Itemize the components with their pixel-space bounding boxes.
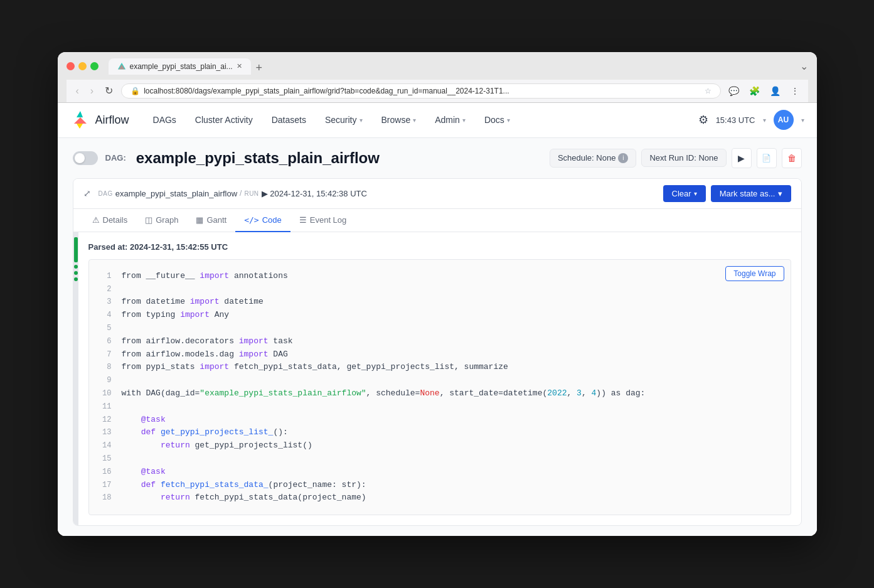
breadcrumb-right: Clear ▾ Mark state as... ▾ xyxy=(663,185,791,202)
sub-content: ⤢ DAG example_pypi_stats_plain_airflow /… xyxy=(73,178,802,526)
code-line-7: 7 from airflow.models.dag import DAG xyxy=(99,348,781,361)
code-line-12: 12 @task xyxy=(99,414,781,427)
minimize-button[interactable] xyxy=(78,62,87,70)
clear-arrow-icon: ▾ xyxy=(694,190,697,197)
security-arrow-icon: ▾ xyxy=(360,117,363,124)
breadcrumb-dag-link[interactable]: example_pypi_stats_plain_airflow xyxy=(115,189,237,198)
nav-cluster-activity[interactable]: Cluster Activity xyxy=(186,110,262,130)
star-icon[interactable]: ☆ xyxy=(705,87,711,95)
code-view-button[interactable]: 📄 xyxy=(757,148,777,168)
side-indicator xyxy=(73,232,78,525)
forward-button[interactable]: › xyxy=(87,84,97,98)
new-tab-button[interactable]: + xyxy=(252,61,267,75)
mark-state-arrow-icon: ▾ xyxy=(778,189,782,198)
breadcrumb-run-label: Run xyxy=(244,190,258,197)
lock-icon: 🔒 xyxy=(131,87,140,95)
admin-arrow-icon: ▾ xyxy=(462,117,466,124)
svg-marker-4 xyxy=(77,124,83,129)
tab-details[interactable]: ⚠ Details xyxy=(83,209,137,232)
nav-right: ⚙ 15:43 UTC ▾ AU ▾ xyxy=(698,110,804,130)
dag-header-right: Schedule: None i Next Run ID: None ▶ 📄 🗑 xyxy=(550,148,802,168)
browser-chrome: example_pypi_stats_plain_ai... ✕ + ⌄ ‹ ›… xyxy=(58,52,817,103)
dag-label: DAG: xyxy=(105,153,126,163)
maximize-button[interactable] xyxy=(90,62,99,70)
code-line-9: 9 xyxy=(99,374,781,387)
code-block: Toggle Wrap 1 from __future__ import ann… xyxy=(88,259,791,515)
code-line-3: 3 from datetime import datetime xyxy=(99,296,781,309)
code-line-11: 11 xyxy=(99,400,781,414)
dag-view: Parsed at: 2024-12-31, 15:42:55 UTC Togg… xyxy=(73,232,801,525)
graph-icon: ◫ xyxy=(145,215,152,225)
svg-marker-2 xyxy=(77,111,83,117)
settings-icon[interactable]: ⚙ xyxy=(698,113,708,127)
profile-icon[interactable]: 👤 xyxy=(767,85,783,97)
code-line-6: 6 from airflow.decorators import task xyxy=(99,335,781,348)
nav-datasets[interactable]: Datasets xyxy=(263,110,315,130)
reload-button[interactable]: ↻ xyxy=(102,83,116,98)
code-line-16: 16 @task xyxy=(99,466,781,479)
time-arrow-icon: ▾ xyxy=(763,117,766,124)
code-line-17: 17 def fetch_pypi_stats_data_(project_na… xyxy=(99,479,781,492)
nav-bar: ‹ › ↻ 🔒 localhost:8080/dags/example_pypi… xyxy=(67,80,808,102)
mark-state-button[interactable]: Mark state as... ▾ xyxy=(711,185,791,202)
browse-arrow-icon: ▾ xyxy=(413,117,416,124)
play-button[interactable]: ▶ xyxy=(732,148,752,168)
parsed-at: Parsed at: 2024-12-31, 15:42:55 UTC xyxy=(88,242,791,252)
code-line-1: 1 from __future__ import annotations xyxy=(99,270,781,283)
avatar[interactable]: AU xyxy=(774,110,794,130)
dag-toggle[interactable] xyxy=(73,151,98,165)
tab-event-log[interactable]: ☰ Event Log xyxy=(290,209,356,232)
breadcrumb-dag-label: DAG xyxy=(99,190,113,197)
breadcrumb: DAG example_pypi_stats_plain_airflow / R… xyxy=(99,189,656,198)
svg-marker-3 xyxy=(74,117,87,124)
airflow-logo-icon xyxy=(70,110,90,130)
time-display[interactable]: 15:43 UTC xyxy=(716,115,755,125)
breadcrumb-run-value[interactable]: ▶ 2024-12-31, 15:42:38 UTC xyxy=(262,189,367,198)
tab-code[interactable]: </> Code xyxy=(235,209,290,232)
delete-button[interactable]: 🗑 xyxy=(782,148,802,168)
code-line-4: 4 from typing import Any xyxy=(99,309,781,322)
nav-dags[interactable]: DAGs xyxy=(144,110,185,130)
close-button[interactable] xyxy=(67,62,75,70)
app-container: Airflow DAGs Cluster Activity Datasets S… xyxy=(58,103,817,536)
details-icon: ⚠ xyxy=(92,215,100,225)
tab-gantt[interactable]: ▦ Gantt xyxy=(187,209,235,232)
clear-button[interactable]: Clear ▾ xyxy=(663,185,706,202)
app-logo: Airflow xyxy=(70,110,129,130)
window-controls-icon[interactable]: ⌄ xyxy=(800,60,808,72)
expand-icon[interactable]: ⤢ xyxy=(83,188,91,198)
tab-title: example_pypi_stats_plain_ai... xyxy=(130,62,233,71)
extensions-icon[interactable]: 🧩 xyxy=(747,85,762,97)
next-run-label: Next Run ID: None xyxy=(649,153,718,163)
schedule-badge: Schedule: None i xyxy=(550,149,637,168)
docs-arrow-icon: ▾ xyxy=(507,117,510,124)
event-log-icon: ☰ xyxy=(299,215,307,225)
nav-admin[interactable]: Admin ▾ xyxy=(426,110,474,130)
browser-controls: example_pypi_stats_plain_ai... ✕ + ⌄ xyxy=(67,58,808,75)
tab-graph[interactable]: ◫ Graph xyxy=(136,209,187,232)
nav-docs[interactable]: Docs ▾ xyxy=(476,110,519,130)
code-area: Parsed at: 2024-12-31, 15:42:55 UTC Togg… xyxy=(78,232,801,525)
status-dot-1 xyxy=(74,265,78,269)
back-button[interactable]: ‹ xyxy=(73,84,82,98)
toggle-wrap-button[interactable]: Toggle Wrap xyxy=(725,266,784,281)
traffic-lights xyxy=(67,62,99,70)
code-line-2: 2 xyxy=(99,283,781,296)
code-line-18: 18 return fetch_pypi_stats_data(project_… xyxy=(99,491,781,505)
address-bar[interactable]: 🔒 localhost:8080/dags/example_pypi_stats… xyxy=(121,83,720,99)
nav-browse[interactable]: Browse ▾ xyxy=(373,110,425,130)
whatsapp-icon[interactable]: 💬 xyxy=(726,85,742,97)
tabs-nav: ⚠ Details ◫ Graph ▦ Gantt </> Code xyxy=(73,209,801,232)
next-run-badge: Next Run ID: None xyxy=(641,149,726,167)
breadcrumb-separator-icon: / xyxy=(240,189,242,198)
code-line-10: 10 with DAG(dag_id="example_pypi_stats_p… xyxy=(99,387,781,400)
menu-icon[interactable]: ⋮ xyxy=(788,85,802,97)
page-content: DAG: example_pypi_stats_plain_airflow Sc… xyxy=(58,138,817,536)
schedule-info-icon[interactable]: i xyxy=(618,153,628,163)
code-line-5: 5 xyxy=(99,322,781,335)
code-line-15: 15 xyxy=(99,452,781,466)
browser-tab[interactable]: example_pypi_stats_plain_ai... ✕ xyxy=(109,58,251,75)
tab-close-icon[interactable]: ✕ xyxy=(237,62,242,70)
gantt-icon: ▦ xyxy=(196,215,203,225)
nav-security[interactable]: Security ▾ xyxy=(316,110,371,130)
